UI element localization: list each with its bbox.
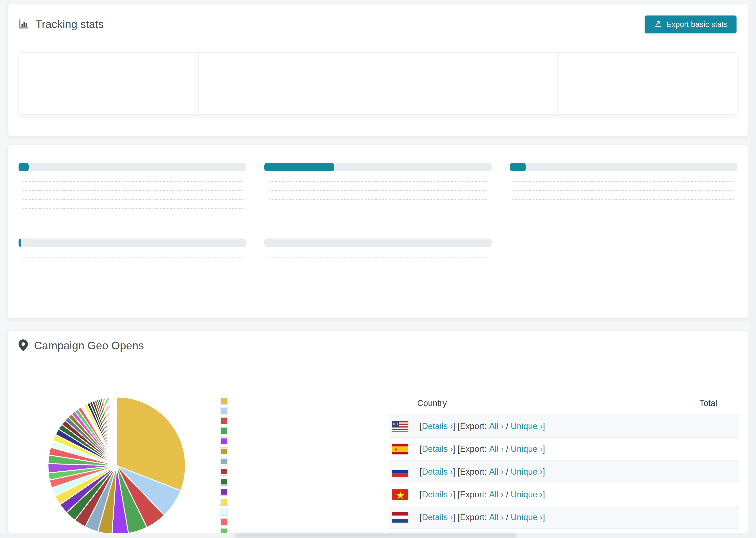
export-unique-link[interactable]: Unique › (511, 421, 543, 431)
rate-stat-row (264, 181, 492, 184)
stat-cell-complaints (438, 53, 558, 114)
legend-swatch (220, 467, 228, 476)
rate-block-2 (510, 156, 737, 217)
summary-stats-row (19, 52, 737, 115)
legend-swatch (220, 528, 228, 534)
rate-block-3 (19, 232, 246, 266)
details-link[interactable]: Details › (422, 490, 453, 500)
rate-stat-row (264, 257, 492, 260)
legend-swatch (220, 407, 228, 415)
legend-item-canada[interactable] (220, 497, 234, 507)
legend-item-india[interactable] (220, 476, 234, 487)
export-basic-stats-button[interactable]: Export basic stats (645, 16, 736, 33)
export-icon (654, 19, 662, 29)
rate-stat-row (510, 190, 737, 193)
geo-header-divider (16, 360, 740, 360)
legend-item-italy[interactable] (220, 507, 234, 517)
table-row-nl: [Details ›] [Export: All › / Unique ›] (389, 506, 739, 528)
legend-item-united-states[interactable] (220, 396, 234, 406)
tracking-stats-card: Tracking stats Export basic stats (8, 4, 748, 136)
legend-item-south-africa[interactable] (220, 527, 234, 533)
legend-swatch (220, 488, 228, 496)
export-all-link[interactable]: All › (489, 421, 504, 431)
geo-opens-pie-chart[interactable] (44, 393, 189, 533)
legend-item-russia[interactable] (220, 416, 234, 426)
column-header-total: Total (699, 398, 739, 408)
vn-flag-icon (392, 489, 408, 500)
legend-item-spain[interactable] (220, 406, 234, 416)
export-unique-link[interactable]: Unique › (511, 490, 543, 500)
ru-flag-icon (392, 466, 408, 477)
rate-progressbar (19, 163, 246, 171)
rate-progress-fill (19, 163, 28, 171)
tracking-stats-title: Tracking stats (19, 18, 104, 30)
legend-item-united-kingdom[interactable] (220, 446, 234, 456)
details-link[interactable]: Details › (422, 444, 453, 454)
legend-item-romania[interactable] (220, 466, 234, 476)
stat-cell-unsubscribes (318, 53, 438, 114)
es-flag-icon (392, 444, 408, 455)
vertical-scrollbar[interactable] (750, 0, 756, 538)
dotted-leader (268, 199, 489, 200)
rate-progressbar (264, 239, 492, 247)
rate-block-0 (19, 156, 246, 217)
geo-opens-card: Campaign Geo Opens (8, 331, 748, 533)
table-row-es: [Details ›] [Export: All › / Unique ›] (389, 437, 739, 460)
nl-flag-icon (392, 512, 408, 523)
table-header-row: Country Total (389, 392, 739, 414)
horizontal-scrollbar[interactable] (0, 533, 750, 538)
rate-stat-row (19, 190, 246, 193)
legend-swatch (220, 437, 228, 445)
dotted-leader (22, 199, 243, 200)
dotted-leader (513, 199, 734, 200)
column-header-country: Country (389, 398, 699, 408)
legend-item-vietnam[interactable] (220, 426, 234, 436)
legend-item-france[interactable] (220, 487, 234, 497)
table-row-vn: [Details ›] [Export: All › / Unique ›] (389, 483, 739, 506)
page-title: Tracking stats (35, 18, 104, 30)
legend-swatch (220, 508, 228, 516)
horizontal-scrollbar-thumb[interactable] (235, 533, 516, 538)
legend-swatch (220, 447, 228, 456)
dotted-leader (513, 190, 734, 191)
rate-stat-row (19, 257, 246, 260)
rate-stat-row (19, 181, 246, 184)
rate-stat-row (264, 199, 492, 202)
export-all-link[interactable]: All › (489, 490, 504, 500)
export-all-link[interactable]: All › (489, 444, 504, 454)
legend-swatch (220, 457, 228, 465)
dotted-leader (268, 181, 489, 182)
rate-progressbar (264, 163, 492, 171)
rate-stat-row (510, 181, 737, 184)
legend-swatch (220, 498, 228, 506)
dotted-leader (22, 208, 243, 209)
legend-swatch (220, 518, 228, 526)
details-link[interactable]: Details › (422, 512, 453, 522)
geo-country-table: Country Total [Details ›] [Export: All ›… (389, 392, 739, 533)
export-unique-link[interactable]: Unique › (511, 467, 543, 477)
details-link[interactable]: Details › (422, 421, 453, 431)
dotted-leader (22, 181, 243, 182)
dotted-leader (22, 257, 243, 257)
rate-progress-fill (264, 163, 334, 171)
legend-item-netherlands[interactable] (220, 436, 234, 446)
export-all-link[interactable]: All › (489, 467, 504, 477)
rate-block-4 (264, 232, 492, 266)
legend-swatch (220, 397, 228, 405)
rate-stat-row (19, 199, 246, 202)
export-unique-link[interactable]: Unique › (511, 444, 543, 454)
details-link[interactable]: Details › (422, 467, 453, 477)
dotted-leader (513, 181, 734, 182)
geo-opens-header: Campaign Geo Opens (8, 331, 748, 360)
dotted-leader (22, 190, 243, 191)
table-row-ru: [Details ›] [Export: All › / Unique ›] (389, 460, 739, 483)
map-pin-icon (19, 339, 28, 351)
export-all-link[interactable]: All › (489, 512, 504, 522)
rate-progress-fill (510, 163, 526, 171)
legend-swatch (220, 478, 228, 486)
legend-item-germany[interactable] (220, 456, 234, 466)
export-unique-link[interactable]: Unique › (511, 512, 543, 522)
rate-progress-fill (19, 239, 21, 247)
legend-item-brazil[interactable] (220, 517, 234, 527)
us-flag-icon (392, 421, 408, 432)
